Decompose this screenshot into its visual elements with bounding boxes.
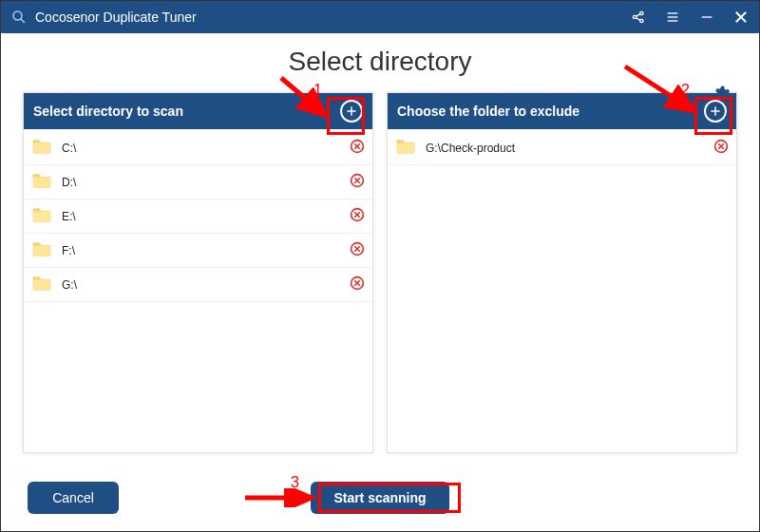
path-label: E:\ <box>62 210 350 223</box>
svg-line-1 <box>21 19 26 24</box>
path-label: C:\ <box>62 142 350 155</box>
settings-gear-icon[interactable] <box>712 85 731 104</box>
titlebar: Cocosenor Duplicate Tuner <box>1 1 759 33</box>
list-item[interactable]: G:\Check-product <box>388 131 736 165</box>
list-item[interactable]: C:\ <box>24 131 372 165</box>
list-item[interactable]: G:\ <box>24 268 372 302</box>
app-logo-icon <box>10 9 28 26</box>
scan-panel-header: Select directory to scan <box>24 93 372 129</box>
footer: Cancel Start scanning <box>1 482 759 514</box>
remove-item-button[interactable] <box>350 241 365 260</box>
exclude-panel: Choose the folder to exclude G:\Check-pr… <box>387 92 737 453</box>
remove-item-button[interactable] <box>350 173 365 192</box>
share-icon[interactable] <box>630 9 647 26</box>
remove-item-button[interactable] <box>713 139 729 158</box>
remove-item-button[interactable] <box>350 276 365 294</box>
svg-line-6 <box>636 18 640 21</box>
folder-icon <box>395 138 426 159</box>
close-icon[interactable] <box>732 9 750 26</box>
list-item[interactable]: E:\ <box>24 200 372 234</box>
cancel-button[interactable]: Cancel <box>28 482 119 514</box>
minimize-icon[interactable] <box>698 9 715 26</box>
folder-icon <box>31 240 62 261</box>
path-label: F:\ <box>62 244 350 257</box>
exclude-panel-header: Choose the folder to exclude <box>388 93 736 129</box>
folder-icon <box>31 172 62 193</box>
add-scan-dir-button[interactable] <box>340 100 363 123</box>
start-scanning-button[interactable]: Start scanning <box>311 482 448 514</box>
svg-line-5 <box>636 14 640 17</box>
exclude-panel-title: Choose the folder to exclude <box>397 104 704 119</box>
main-area: Select directory Select directory to sca… <box>1 33 759 531</box>
list-item[interactable]: F:\ <box>24 234 372 268</box>
scan-panel: Select directory to scan C:\D:\E:\F:\G:\ <box>23 92 373 453</box>
path-label: G:\Check-product <box>426 142 713 155</box>
page-title: Select directory <box>18 47 742 77</box>
remove-item-button[interactable] <box>350 207 365 226</box>
path-label: G:\ <box>62 278 350 292</box>
scan-panel-body: C:\D:\E:\F:\G:\ <box>24 129 372 452</box>
remove-item-button[interactable] <box>350 139 365 158</box>
path-label: D:\ <box>62 176 350 189</box>
app-title: Cocosenor Duplicate Tuner <box>35 10 630 25</box>
folder-icon <box>31 138 62 159</box>
scan-panel-title: Select directory to scan <box>33 104 340 119</box>
folder-icon <box>31 275 62 295</box>
menu-icon[interactable] <box>664 9 681 26</box>
exclude-panel-body: G:\Check-product <box>388 129 736 452</box>
list-item[interactable]: D:\ <box>24 165 372 200</box>
folder-icon <box>31 206 62 227</box>
